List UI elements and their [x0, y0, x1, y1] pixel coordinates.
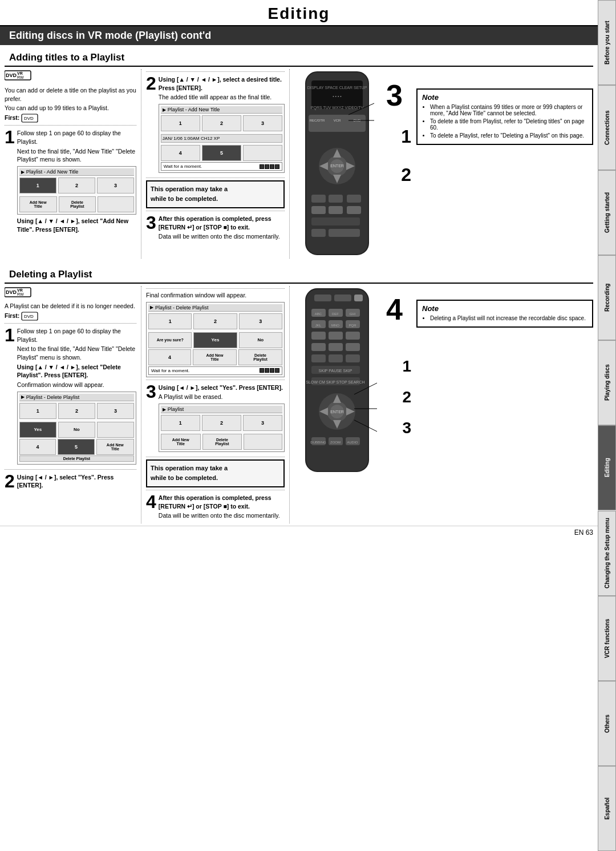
- deleting-step2-screen: ▶ Playlist - Delete Playlist 1 2 3 Are y…: [146, 302, 285, 377]
- adding-step1-number: 1: [5, 128, 15, 235]
- deleting-note-box: Note Deleting a Playlist will not increa…: [416, 300, 593, 328]
- adding-note-item-2: To delete a title from Playlist, refer t…: [430, 118, 587, 131]
- page-title: Editing: [0, 5, 598, 23]
- deleting-note-list: Deleting a Playlist will not increase th…: [422, 315, 587, 321]
- adding-limit: You can add up to 99 titles to a Playlis…: [5, 104, 136, 112]
- deleting-step2-left-block: 2 Using [◄ / ►], select "Yes". Press [EN…: [5, 472, 136, 491]
- sidebar-tab-others[interactable]: Others: [598, 681, 616, 766]
- right-sidebar: Before you start Connections Getting sta…: [598, 0, 616, 851]
- svg-rect-21: [347, 206, 361, 214]
- sidebar-tab-espanol[interactable]: Español: [598, 766, 616, 851]
- svg-text:MNO: MNO: [331, 324, 339, 327]
- adding-intro: You can add or delete a title on the pla…: [5, 86, 136, 103]
- sidebar-tab-playing-discs[interactable]: Playing discs: [598, 340, 616, 425]
- svg-text:PQRS TUV WXYZ VIDEO/TV: PQRS TUV WXYZ VIDEO/TV: [311, 106, 364, 110]
- svg-text:DISPLAY SPACE CLEAR SETUP: DISPLAY SPACE CLEAR SETUP: [307, 86, 367, 90]
- adding-step2-block: 2 Using [▲ / ▼ / ◄ / ►], select a desire…: [146, 74, 285, 175]
- svg-text:DVD: DVD: [6, 72, 17, 78]
- svg-text:GHI: GHI: [350, 312, 356, 316]
- svg-text:DUBBING: DUBBING: [310, 441, 326, 444]
- section-header: Editing discs in VR mode (Playlist) cont…: [0, 26, 598, 45]
- sidebar-tab-vcr-functions[interactable]: VCR functions: [598, 596, 616, 681]
- svg-rect-50: [311, 332, 326, 340]
- remote-control-top: 3: [294, 69, 386, 259]
- svg-text:ENTER: ENTER: [330, 410, 344, 414]
- svg-rect-53: [311, 343, 326, 351]
- svg-text:RW: RW: [17, 292, 24, 296]
- remote-svg-bottom: ABC DEF GHI JKL MNO PQR SK: [294, 286, 380, 474]
- sidebar-tab-recording[interactable]: Recording: [598, 255, 616, 340]
- svg-text:REC/DTR: REC/DTR: [310, 119, 325, 122]
- adding-note-item-3: To delete a Playlist, refer to "Deleting…: [430, 132, 587, 139]
- adding-note-list: When a Playlist contains 99 titles or mo…: [422, 104, 587, 139]
- svg-text:PQR: PQR: [348, 324, 356, 327]
- svg-text:DVD: DVD: [24, 116, 34, 121]
- svg-text:DVD: DVD: [6, 289, 17, 295]
- svg-rect-54: [329, 343, 343, 351]
- deleting-section-title: Deleting a Playlist: [5, 267, 593, 284]
- adding-step1-block: 1 Follow step 1 on page 60 to display th…: [5, 128, 136, 235]
- adding-note-title: Note: [422, 93, 587, 102]
- page-title-bar: Editing: [0, 0, 598, 26]
- svg-rect-51: [329, 332, 343, 340]
- svg-rect-64: [346, 354, 360, 362]
- svg-rect-41: [314, 295, 331, 301]
- svg-rect-17: [329, 195, 343, 203]
- adding-note-item-1: When a Playlist contains 99 titles or mo…: [430, 104, 587, 116]
- svg-rect-19: [311, 206, 326, 214]
- svg-rect-16: [311, 195, 326, 203]
- adding-note-box: Note When a Playlist contains 99 titles …: [416, 88, 593, 145]
- deleting-highlight-box: This operation may take a while to be co…: [146, 459, 285, 487]
- adding-highlight-box: This operation may take a while to be co…: [146, 180, 285, 208]
- svg-rect-42: [334, 295, 351, 301]
- svg-text:JKL: JKL: [315, 324, 322, 327]
- svg-rect-24: [329, 229, 360, 237]
- svg-rect-22: [311, 217, 360, 225]
- svg-text:SLOW  CM SKIP  STOP  SEARCH: SLOW CM SKIP STOP SEARCH: [306, 380, 364, 384]
- page-number: EN 63: [574, 529, 593, 537]
- sidebar-tab-editing[interactable]: Editing: [598, 425, 616, 510]
- svg-rect-18: [347, 195, 361, 203]
- svg-rect-43: [354, 295, 363, 301]
- dvd-vr-logo-2: DVD VR RW: [5, 286, 33, 299]
- svg-text:VCR: VCR: [334, 119, 341, 122]
- deleting-step3-screen: ▶ Playlist 1 2 3 Add NewTitle DeletePlay…: [159, 404, 285, 452]
- svg-rect-23: [311, 229, 326, 237]
- remote-svg-top: DISPLAY SPACE CLEAR SETUP • • • • PQRS T…: [294, 69, 380, 257]
- deleting-step3-block: 3 Using [◄ / ►], select "Yes". Press [EN…: [146, 382, 285, 454]
- adding-step1-screen: ▶ Playlist - Add New Title 1 2 3 Add New…: [17, 166, 136, 215]
- deleting-note-item-1: Deleting a Playlist will not increase th…: [430, 315, 587, 321]
- deleting-step1-block: 1 Follow step 1 on page 60 to display th…: [5, 326, 136, 467]
- svg-rect-62: [311, 354, 326, 362]
- svg-text:VR: VR: [17, 288, 23, 292]
- svg-rect-20: [329, 206, 343, 214]
- page-footer: EN 63: [0, 526, 598, 539]
- remote-control-bottom: 4: [294, 286, 386, 475]
- svg-text:SKIP  PAUSE  SKIP: SKIP PAUSE SKIP: [319, 369, 352, 373]
- dvd-vr-logo: DVD VR RW: [5, 69, 33, 83]
- svg-text:ENTER: ENTER: [330, 164, 344, 168]
- deleting-intro: A Playlist can be deleted if it is no lo…: [5, 302, 136, 310]
- svg-rect-55: [346, 343, 360, 351]
- svg-text:AUDIO: AUDIO: [347, 441, 358, 444]
- svg-text:DVD: DVD: [24, 314, 34, 319]
- svg-text:RW: RW: [17, 75, 24, 79]
- adding-step2-screen: ▶ Playlist - Add New Title 1 2 3 JAN/ 1/…: [159, 104, 285, 173]
- svg-text:ZOOM: ZOOM: [330, 441, 341, 444]
- sidebar-tab-connections[interactable]: Connections: [598, 85, 616, 170]
- adding-step3-block: 3 After this operation is completed, pre…: [146, 213, 285, 242]
- adding-section-title: Adding titles to a Playlist: [5, 50, 593, 67]
- svg-text:VR: VR: [17, 71, 23, 75]
- svg-text:DEF: DEF: [332, 312, 339, 316]
- deleting-note-title: Note: [422, 304, 587, 313]
- adding-step2-number: 2: [146, 74, 156, 175]
- svg-rect-8: [309, 115, 366, 132]
- sidebar-tab-changing-setup[interactable]: Changing the Setup menu: [598, 511, 616, 596]
- svg-text:ABC: ABC: [315, 312, 322, 316]
- svg-rect-63: [329, 354, 343, 362]
- sidebar-tab-getting-started[interactable]: Getting started: [598, 170, 616, 255]
- deleting-step1-screen: ▶ Playlist - Delete Playlist 1 2 3 Yes N…: [17, 392, 136, 465]
- svg-text:• • • •: • • • •: [333, 94, 342, 98]
- svg-rect-52: [346, 332, 360, 340]
- sidebar-tab-before-you-start[interactable]: Before you start: [598, 0, 616, 85]
